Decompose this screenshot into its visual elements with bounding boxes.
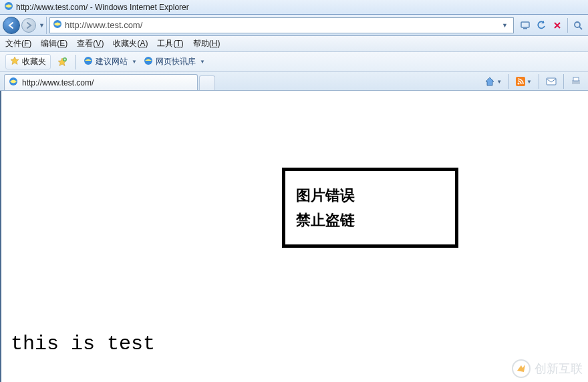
search-icon[interactable] <box>571 18 585 33</box>
ie-icon <box>9 77 18 88</box>
svg-rect-14 <box>573 77 579 81</box>
svg-point-4 <box>575 22 580 27</box>
favorites-bar: 收藏夹 建议网站 ▼ 网页快讯库 ▼ <box>0 52 588 72</box>
stop-button[interactable] <box>550 18 565 33</box>
error-image-placeholder: 图片错误 禁止盗链 <box>282 168 458 248</box>
menu-file[interactable]: 文件(F) <box>5 38 31 49</box>
new-tab-button[interactable] <box>199 75 215 90</box>
separator <box>567 18 568 33</box>
svg-rect-2 <box>521 22 529 27</box>
forward-button[interactable] <box>21 18 36 33</box>
compat-view-icon[interactable] <box>518 18 533 33</box>
menu-view[interactable]: 查看(V) <box>77 38 104 49</box>
address-input[interactable] <box>65 20 496 30</box>
home-button[interactable]: ▼ <box>482 75 504 88</box>
chevron-down-icon[interactable]: ▼ <box>527 79 532 85</box>
active-tab[interactable]: http://www.test.com/ <box>4 74 198 90</box>
page-content: 图片错误 禁止盗链 this is test 创新互联 <box>0 91 588 382</box>
menu-tools[interactable]: 工具(T) <box>157 38 183 49</box>
web-slices-label: 网页快讯库 <box>156 56 196 67</box>
svg-rect-3 <box>523 28 527 29</box>
watermark-logo-icon <box>512 359 531 378</box>
svg-point-11 <box>518 83 520 85</box>
add-to-favbar-button[interactable] <box>57 57 67 67</box>
back-button[interactable] <box>3 17 20 34</box>
separator <box>563 74 564 89</box>
window-titlebar: http://www.test.com/ - Windows Internet … <box>0 0 588 15</box>
error-line-1: 图片错误 <box>296 183 444 208</box>
favorites-button[interactable]: 收藏夹 <box>5 54 51 69</box>
chevron-down-icon[interactable]: ▼ <box>200 59 205 65</box>
menu-bar: 文件(F) 编辑(E) 查看(V) 收藏夹(A) 工具(T) 帮助(H) <box>0 36 588 52</box>
page-body-text: this is test <box>11 333 155 355</box>
print-button[interactable] <box>568 75 584 87</box>
error-line-2: 禁止盗链 <box>296 208 444 232</box>
page-icon <box>53 19 62 31</box>
nav-right-tools <box>518 18 585 33</box>
nav-history-dropdown[interactable]: ▼ <box>37 17 47 34</box>
svg-rect-12 <box>547 78 556 85</box>
window-title: http://www.test.com/ - Windows Internet … <box>16 3 189 12</box>
watermark: 创新互联 <box>512 359 583 378</box>
ie-icon <box>4 1 13 13</box>
nav-toolbar: ▼ ▼ <box>0 15 588 36</box>
suggested-sites-label: 建议网站 <box>96 56 128 67</box>
refresh-button[interactable] <box>534 18 549 33</box>
command-bar: ▼ ▼ <box>482 74 584 90</box>
svg-line-5 <box>579 27 582 29</box>
separator <box>508 74 509 89</box>
menu-favorites[interactable]: 收藏夹(A) <box>113 38 148 49</box>
ie-icon <box>84 56 93 67</box>
favorites-label: 收藏夹 <box>22 56 46 67</box>
star-icon <box>10 56 19 67</box>
suggested-sites-link[interactable]: 建议网站 ▼ <box>84 56 137 67</box>
chevron-down-icon[interactable]: ▼ <box>132 59 137 65</box>
watermark-text: 创新互联 <box>535 361 583 377</box>
address-dropdown-icon[interactable]: ▼ <box>499 22 510 29</box>
feeds-button[interactable]: ▼ <box>513 75 535 87</box>
chevron-down-icon[interactable]: ▼ <box>496 79 502 85</box>
address-bar[interactable]: ▼ <box>49 17 514 33</box>
separator <box>75 55 76 69</box>
tab-title: http://www.test.com/ <box>22 78 94 87</box>
read-mail-button[interactable] <box>543 75 559 87</box>
menu-edit[interactable]: 编辑(E) <box>41 38 67 49</box>
ie-icon <box>144 56 153 67</box>
tab-strip: http://www.test.com/ ▼ ▼ <box>0 72 588 91</box>
web-slices-link[interactable]: 网页快讯库 ▼ <box>144 56 205 67</box>
separator <box>539 74 539 89</box>
menu-help[interactable]: 帮助(H) <box>193 38 220 49</box>
